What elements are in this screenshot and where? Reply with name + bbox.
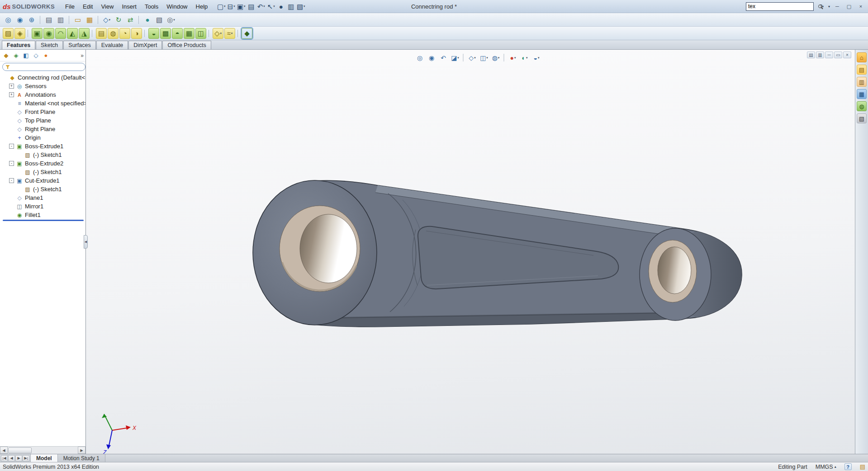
mass-properties-icon[interactable]: ▦	[84, 14, 95, 25]
search-magnifier-icon[interactable]	[818, 5, 822, 8]
record-macro-icon[interactable]: ●	[276, 1, 286, 12]
sketch-entities-icon[interactable]: ▧▾	[296, 1, 306, 12]
tree-expander-icon[interactable]	[9, 127, 14, 132]
search-box[interactable]: ▾	[746, 2, 814, 11]
revolved-cut-icon[interactable]: ◔	[119, 28, 130, 39]
quick-tips-help-icon[interactable]: ?	[844, 463, 852, 470]
menu-item[interactable]: Tools	[141, 1, 162, 12]
feature-tree-item[interactable]: ▨ (-) Sketch1	[0, 185, 85, 193]
undo-icon[interactable]: ↶▾	[256, 1, 266, 12]
command-tab[interactable]: Office Products	[162, 41, 211, 49]
tree-expander-icon[interactable]: +	[9, 84, 14, 89]
feature-tree-item[interactable]: + ◎ Sensors	[0, 82, 85, 90]
tray-icon[interactable]: ▤	[860, 463, 865, 470]
command-tab[interactable]: Surfaces	[63, 41, 95, 49]
feature-tree-item[interactable]: ◫ Mirror1	[0, 202, 85, 211]
tree-expander-icon[interactable]	[17, 170, 22, 174]
viewport-single-icon[interactable]: ▤	[807, 52, 815, 58]
panel-horizontal-scrollbar[interactable]: ◀ ▶	[0, 446, 85, 454]
tree-expander-icon[interactable]	[17, 187, 22, 192]
extruded-cut-icon[interactable]: ▤	[96, 28, 107, 39]
panel-collapse-handle[interactable]: ◀	[84, 235, 88, 249]
print-preview-icon[interactable]: ▥	[55, 14, 66, 25]
tree-expander-icon[interactable]: +	[9, 92, 14, 97]
shell-icon[interactable]: ▦	[184, 28, 194, 39]
view-orientation-icon[interactable]: ◇▾	[101, 14, 112, 25]
study-tab[interactable]: Motion Study 1	[58, 454, 105, 462]
reference-geometry-icon[interactable]: ◇▾	[213, 28, 223, 39]
scroll-right-icon[interactable]: ▶	[78, 447, 85, 454]
select-cursor-icon[interactable]: ↖▾	[266, 1, 276, 12]
close-button[interactable]: ×	[856, 3, 865, 10]
feature-tree-item[interactable]: ▨ (-) Sketch1	[0, 151, 85, 159]
lofted-boss-icon[interactable]: ◭	[67, 28, 78, 39]
measure-icon[interactable]: ▭	[72, 14, 83, 25]
step-forward-icon[interactable]: ▶	[15, 455, 22, 462]
zoom-to-fit-icon[interactable]: ◎	[415, 52, 425, 63]
zoom-window-icon[interactable]: ◎	[3, 14, 14, 25]
curves-icon[interactable]: ≈▾	[224, 28, 235, 39]
feature-tree-item[interactable]: - ▣ Cut-Extrude1	[0, 176, 85, 185]
open-icon[interactable]: ⊟▾	[226, 1, 236, 12]
tree-expander-icon[interactable]	[9, 204, 14, 209]
swept-boss-icon[interactable]: ◠	[55, 28, 66, 39]
doc-minimize-icon[interactable]: ─	[825, 52, 833, 58]
sketch-icon[interactable]: ▨	[3, 28, 14, 39]
command-tab[interactable]: Evaluate	[96, 41, 128, 49]
tree-expander-icon[interactable]	[9, 212, 14, 217]
configurationmanager-tab-icon[interactable]: ◧	[22, 51, 30, 60]
print-icon[interactable]: ▤	[43, 14, 54, 25]
view-palette-icon[interactable]: ▦	[857, 89, 867, 99]
rollback-bar[interactable]	[3, 220, 84, 221]
solidworks-resources-icon[interactable]: ⌂	[857, 52, 867, 62]
tree-expander-icon[interactable]	[9, 109, 14, 114]
zoom-to-fit-icon[interactable]: ⊕	[26, 14, 37, 25]
command-tab[interactable]: Sketch	[36, 41, 63, 49]
graphics-viewport[interactable]: X Z ◎◉↶◪▾◇▾◫▾◍▾●▾◐▾◒▾ ▤▥─▭×	[86, 50, 855, 454]
menu-item[interactable]: View	[97, 1, 118, 12]
zoom-to-area-icon[interactable]: ◉	[427, 52, 437, 63]
menu-item[interactable]: Edit	[79, 1, 97, 12]
hole-wizard-icon[interactable]: ◍	[108, 28, 119, 39]
tree-expander-icon[interactable]	[9, 118, 14, 123]
3d-content-icon[interactable]: ●	[142, 14, 153, 25]
annotations-toolbar-icon[interactable]: ▧	[154, 14, 165, 25]
custom-properties-icon[interactable]: ▧	[857, 113, 867, 123]
viewport-split-icon[interactable]: ▥	[816, 52, 824, 58]
tree-expander-icon[interactable]	[17, 152, 22, 157]
maximize-button[interactable]: ▢	[844, 3, 854, 10]
feature-tree-item[interactable]: + A Annotations	[0, 90, 85, 99]
smart-dimension-icon[interactable]: ◈	[14, 28, 25, 39]
units-selector[interactable]: MMGS ▴	[816, 464, 836, 470]
boundary-boss-icon[interactable]: ◮	[79, 28, 90, 39]
feature-tree-item[interactable]: ◆ Connectring rod (Default<<De	[0, 73, 85, 82]
feature-tree-item[interactable]: ◇ Plane1	[0, 193, 85, 202]
fast-forward-icon[interactable]: ▶|	[23, 455, 29, 462]
search-input[interactable]	[748, 3, 818, 9]
mirror-icon[interactable]: ◫	[195, 28, 206, 39]
command-tab[interactable]: DimXpert	[128, 41, 162, 49]
zoom-in-out-icon[interactable]: ◉	[14, 14, 25, 25]
options-gear-icon[interactable]: ◎▾	[166, 14, 176, 25]
edit-appearance-icon[interactable]: ●▾	[508, 52, 518, 63]
menu-item[interactable]: File	[61, 1, 79, 12]
feature-tree-item[interactable]: ◇ Right Plane	[0, 125, 85, 133]
featuremanager-tab-icon[interactable]: ◆	[2, 51, 10, 60]
doc-close-icon[interactable]: ×	[843, 52, 851, 58]
rewind-icon[interactable]: |◀	[1, 455, 8, 462]
instant3d-icon[interactable]: ◆	[242, 28, 252, 39]
tree-expander-icon[interactable]	[9, 195, 14, 200]
study-tab[interactable]: Model	[31, 454, 58, 462]
rotate-view-icon[interactable]: ↻	[113, 14, 124, 25]
tree-filter-box[interactable]	[2, 63, 85, 71]
panel-overflow-chevron[interactable]: »	[81, 52, 84, 59]
tree-expander-icon[interactable]: -	[9, 144, 14, 149]
part-3d-model[interactable]: X Z	[86, 50, 855, 454]
scrollbar-thumb[interactable]	[8, 447, 32, 453]
tree-expander-icon[interactable]	[9, 135, 14, 140]
section-view-icon[interactable]: ◪▾	[450, 52, 460, 63]
dimxpertmanager-tab-icon[interactable]: ◇	[32, 51, 40, 60]
display-style-icon[interactable]: ◫▾	[479, 52, 489, 63]
new-document-icon[interactable]: ▢▾	[216, 1, 226, 12]
save-icon[interactable]: ▣▾	[236, 1, 246, 12]
